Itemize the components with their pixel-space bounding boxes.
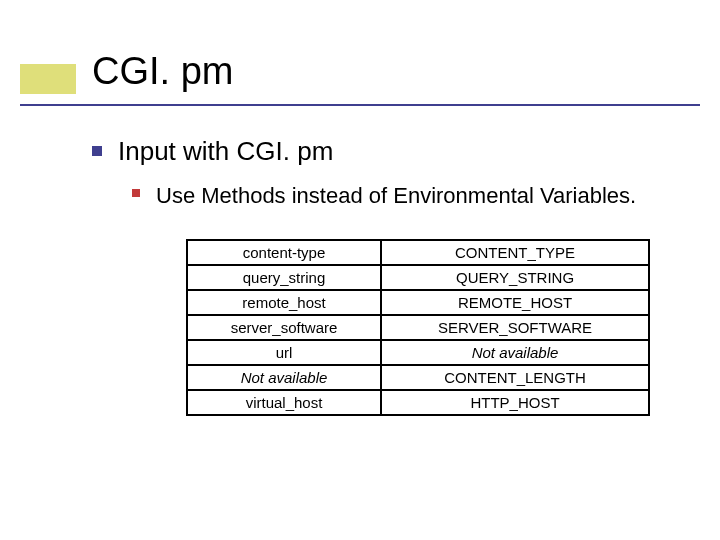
bullet-square-icon xyxy=(92,146,102,156)
mapping-table-wrap: content-typeCONTENT_TYPEquery_stringQUER… xyxy=(186,239,650,416)
page-title: CGI. pm xyxy=(92,50,233,93)
table-row: Not availableCONTENT_LENGTH xyxy=(187,365,649,390)
sub-content: Use Methods instead of Environmental Var… xyxy=(132,181,680,416)
method-cell: server_software xyxy=(187,315,381,340)
env-var-cell: CONTENT_TYPE xyxy=(381,240,649,265)
table-row: content-typeCONTENT_TYPE xyxy=(187,240,649,265)
env-var-cell: CONTENT_LENGTH xyxy=(381,365,649,390)
env-var-cell: HTTP_HOST xyxy=(381,390,649,415)
title-underline xyxy=(20,104,700,106)
method-cell: remote_host xyxy=(187,290,381,315)
method-cell: content-type xyxy=(187,240,381,265)
env-var-cell: Not available xyxy=(381,340,649,365)
table-row: remote_hostREMOTE_HOST xyxy=(187,290,649,315)
method-cell: url xyxy=(187,340,381,365)
env-var-cell: QUERY_STRING xyxy=(381,265,649,290)
bullet-2-text: Use Methods instead of Environmental Var… xyxy=(156,181,636,211)
bullet-square-small-icon xyxy=(132,189,140,197)
env-var-cell: SERVER_SOFTWARE xyxy=(381,315,649,340)
method-cell: virtual_host xyxy=(187,390,381,415)
content-area: Input with CGI. pm Use Methods instead o… xyxy=(92,136,680,416)
table-row: urlNot available xyxy=(187,340,649,365)
table-row: query_stringQUERY_STRING xyxy=(187,265,649,290)
method-cell: query_string xyxy=(187,265,381,290)
table-row: virtual_hostHTTP_HOST xyxy=(187,390,649,415)
env-var-cell: REMOTE_HOST xyxy=(381,290,649,315)
table-row: server_softwareSERVER_SOFTWARE xyxy=(187,315,649,340)
mapping-table: content-typeCONTENT_TYPEquery_stringQUER… xyxy=(186,239,650,416)
bullet-1-text: Input with CGI. pm xyxy=(118,136,333,167)
bullet-level-2: Use Methods instead of Environmental Var… xyxy=(132,181,680,211)
bullet-level-1: Input with CGI. pm xyxy=(92,136,680,167)
title-accent xyxy=(20,64,76,94)
method-cell: Not available xyxy=(187,365,381,390)
